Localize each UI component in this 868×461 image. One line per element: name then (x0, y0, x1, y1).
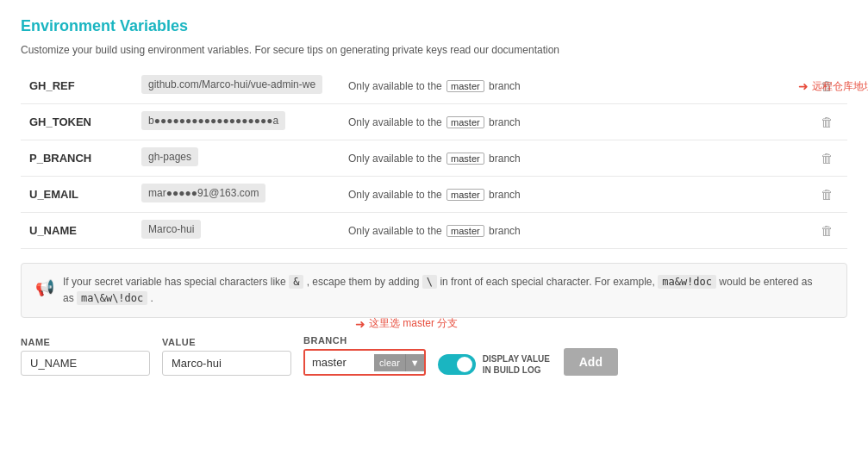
branch-group: BRANCH 这里选 master 分支 clear ▼ (303, 335, 426, 376)
display-value-label: DISPLAY VALUE IN BUILD LOG (483, 353, 552, 376)
branch-text: Only available to the (348, 80, 442, 92)
branch-suffix: branch (489, 189, 521, 201)
var-value-cell: github.com/Marco-hui/vue-admin-we (133, 68, 340, 104)
table-row: P_BRANCH gh-pages Only available to the … (21, 140, 847, 177)
name-group: NAME (21, 337, 150, 376)
toggle-group: DISPLAY VALUE IN BUILD LOG (438, 353, 552, 376)
delete-icon[interactable]: 🗑 (815, 187, 839, 202)
notice-text-end: . (151, 292, 153, 304)
name-input[interactable] (21, 351, 150, 376)
table-row: GH_TOKEN b●●●●●●●●●●●●●●●●●●●a Only avai… (21, 104, 847, 140)
add-button[interactable]: Add (564, 348, 618, 376)
notice-text-before: If your secret variable has special char… (63, 276, 286, 288)
master-badge: master (446, 189, 484, 201)
var-value-cell: gh-pages (133, 140, 340, 177)
notice-code-amp: & (289, 275, 303, 289)
var-name: P_BRANCH (21, 140, 133, 177)
notice-code-escaped: ma\&w\!doc (77, 291, 147, 305)
branch-text: Only available to the (348, 116, 442, 128)
delete-icon[interactable]: 🗑 (815, 78, 839, 93)
notice-content: If your secret variable has special char… (63, 274, 812, 307)
delete-cell: 🗑 (807, 177, 847, 213)
table-row: U_NAME Marco-hui Only available to the m… (21, 213, 847, 249)
var-value-cell: b●●●●●●●●●●●●●●●●●●●a (133, 104, 340, 140)
var-value: mar●●●●●91@163.com (141, 184, 265, 202)
display-value-toggle[interactable] (438, 354, 476, 375)
notice-box: 📢 If your secret variable has special ch… (21, 263, 847, 318)
env-variables-table: GH_REF github.com/Marco-hui/vue-admin-we… (21, 68, 847, 249)
var-value-cell: mar●●●●●91@163.com (133, 177, 340, 213)
delete-icon[interactable]: 🗑 (815, 115, 839, 129)
page-title: Environment Variables (21, 17, 847, 35)
master-badge: master (446, 153, 484, 165)
notice-code-backslash: \ (422, 275, 437, 289)
annotation-branch-form: 这里选 master 分支 (355, 316, 458, 331)
name-label: NAME (21, 337, 150, 347)
delete-icon[interactable]: 🗑 (815, 223, 839, 238)
delete-cell: 🗑 (807, 104, 847, 140)
notice-text-after: in front of each special character. For … (440, 276, 654, 288)
delete-cell: 🗑 (807, 213, 847, 249)
var-value-cell: Marco-hui (133, 213, 340, 249)
master-badge: master (446, 225, 484, 237)
value-input[interactable] (162, 351, 291, 376)
var-name: U_NAME (21, 213, 133, 249)
notice-text-example: would be entered as (719, 276, 812, 288)
var-name: GH_REF (21, 68, 133, 104)
master-badge: master (446, 116, 484, 128)
delete-icon[interactable]: 🗑 (815, 151, 839, 165)
master-badge: master (446, 80, 484, 92)
add-variable-form: NAME VALUE BRANCH 这里选 master 分支 clear ▼ … (21, 335, 847, 376)
var-branch-cell: Only available to the master branch 远程仓库… (340, 68, 807, 104)
branch-suffix: branch (489, 153, 521, 165)
branch-text: Only available to the (348, 153, 442, 165)
var-value: Marco-hui (141, 220, 201, 239)
table-row: GH_REF github.com/Marco-hui/vue-admin-we… (21, 68, 847, 104)
branch-label: BRANCH (303, 335, 426, 346)
value-label: VALUE (162, 337, 291, 347)
branch-input-wrapper: clear ▼ (303, 349, 426, 376)
var-name: GH_TOKEN (21, 104, 133, 140)
var-branch-cell: Only available to the master branch 你的gi… (340, 213, 807, 249)
notice-code-example: ma&w!doc (658, 275, 716, 289)
var-branch-cell: Only available to the master branch 你申请的… (340, 104, 807, 140)
table-row: U_EMAIL mar●●●●●91@163.com Only availabl… (21, 177, 847, 213)
description-text: Customize your build using environment v… (21, 44, 559, 56)
branch-dropdown-button[interactable]: ▼ (405, 354, 424, 371)
var-name: U_EMAIL (21, 177, 133, 213)
toggle-slider (438, 354, 476, 375)
var-branch-cell: Only available to the master branch 你的gi… (340, 177, 807, 213)
delete-cell: 🗑 (807, 68, 847, 104)
var-branch-cell: Only available to the master branch 推送到的… (340, 140, 807, 177)
branch-suffix: branch (489, 225, 521, 237)
branch-input[interactable] (305, 351, 374, 374)
delete-cell: 🗑 (807, 140, 847, 177)
branch-suffix: branch (489, 116, 521, 128)
value-group: VALUE (162, 337, 291, 376)
branch-clear-button[interactable]: clear (374, 354, 405, 371)
branch-text: Only available to the (348, 189, 442, 201)
branch-text: Only available to the (348, 225, 442, 237)
notice-icon: 📢 (35, 276, 54, 301)
branch-suffix: branch (489, 80, 521, 92)
page-description: Customize your build using environment v… (21, 44, 847, 56)
notice-text-middle: , escape them by adding (307, 276, 420, 288)
var-value: github.com/Marco-hui/vue-admin-we (141, 75, 322, 94)
var-value: b●●●●●●●●●●●●●●●●●●●a (141, 111, 285, 130)
var-value: gh-pages (141, 147, 198, 166)
